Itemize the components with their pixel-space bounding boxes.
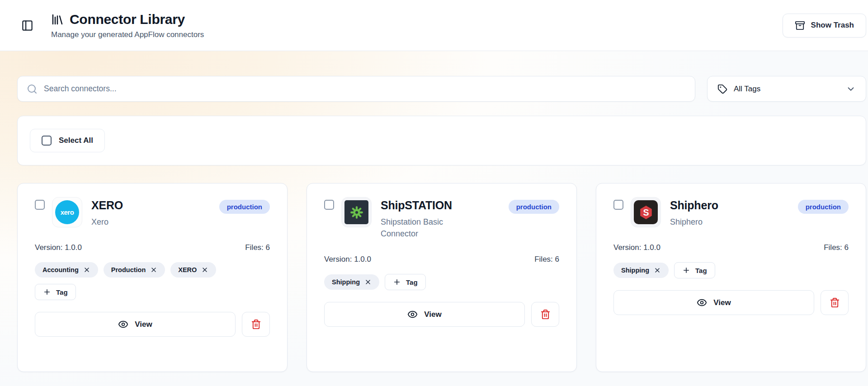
files-label: Files: 6	[534, 255, 559, 264]
tag-pill: Shipping	[613, 263, 669, 278]
view-button[interactable]: View	[613, 290, 814, 315]
remove-tag-icon[interactable]	[150, 266, 157, 273]
version-label: Version: 1.0.0	[35, 243, 82, 252]
shipstation-logo	[341, 197, 372, 227]
tag-pill: Accounting	[35, 262, 98, 278]
page-subtitle: Manage your generated AppFlow connectors	[51, 30, 204, 39]
version-label: Version: 1.0.0	[324, 255, 371, 264]
xero-logo: xero	[52, 197, 82, 227]
select-all-checkbox[interactable]	[42, 136, 52, 146]
select-all-label: Select All	[59, 136, 93, 145]
card-subtitle: Shipstation Basic Connector	[381, 216, 469, 240]
trash-icon	[251, 319, 261, 330]
card-checkbox[interactable]	[613, 200, 623, 210]
search-icon	[27, 84, 38, 94]
tag-pill: Shipping	[324, 274, 379, 290]
tag-pill: Production	[104, 262, 165, 278]
files-label: Files: 6	[245, 243, 270, 252]
eye-icon	[118, 319, 128, 330]
card-title: ShipSTATION	[381, 197, 469, 212]
remove-tag-icon[interactable]	[201, 266, 208, 273]
connector-card-shipstation: ShipSTATION Shipstation Basic Connector …	[307, 183, 577, 372]
chevron-down-icon	[846, 84, 856, 94]
remove-tag-icon[interactable]	[83, 266, 90, 273]
view-button[interactable]: View	[35, 312, 236, 337]
tag-icon	[717, 84, 727, 94]
connector-card-xero: xero XERO Xero production Version: 1.0.0…	[17, 183, 288, 372]
status-badge: production	[798, 200, 849, 214]
selection-bar: Select All	[17, 116, 866, 165]
gear-icon	[349, 205, 364, 220]
toolbar: All Tags	[17, 76, 866, 102]
card-title: XERO	[91, 197, 123, 212]
card-title: Shiphero	[670, 197, 718, 212]
panel-left-icon	[21, 19, 33, 32]
card-checkbox[interactable]	[324, 200, 334, 210]
status-badge: production	[219, 200, 270, 214]
eye-icon	[697, 297, 707, 308]
connector-card-shiphero: S Shiphero Shiphero production Version: …	[596, 183, 866, 372]
search-input[interactable]	[44, 84, 686, 94]
files-label: Files: 6	[824, 243, 849, 252]
plus-icon	[682, 266, 690, 274]
show-trash-button[interactable]: Show Trash	[783, 14, 866, 38]
shiphero-logo: S	[631, 197, 661, 227]
select-all-button[interactable]: Select All	[30, 129, 105, 152]
delete-button[interactable]	[242, 312, 270, 337]
sidebar-toggle-button[interactable]	[17, 15, 37, 35]
tags-filter-label: All Tags	[734, 85, 760, 94]
eye-icon	[407, 309, 418, 320]
tags-filter-dropdown[interactable]: All Tags	[707, 76, 866, 102]
page-header: Connector Library Manage your generated …	[0, 0, 868, 51]
library-icon	[51, 13, 64, 26]
connector-card-grid: xero XERO Xero production Version: 1.0.0…	[17, 183, 866, 372]
title-block: Connector Library Manage your generated …	[51, 12, 204, 39]
remove-tag-icon[interactable]	[364, 278, 372, 286]
status-badge: production	[509, 200, 559, 214]
archive-icon	[795, 20, 805, 31]
view-button[interactable]: View	[324, 302, 525, 327]
delete-button[interactable]	[821, 290, 849, 315]
search-box	[17, 76, 695, 102]
trash-icon	[830, 297, 840, 308]
plus-icon	[43, 288, 51, 296]
card-checkbox[interactable]	[35, 200, 45, 210]
card-subtitle: Xero	[91, 216, 123, 228]
trash-icon	[540, 309, 551, 320]
page-title: Connector Library	[70, 12, 185, 27]
add-tag-button[interactable]: Tag	[385, 274, 426, 290]
tag-pill: XERO	[170, 262, 216, 278]
add-tag-button[interactable]: Tag	[35, 284, 76, 300]
svg-text:S: S	[643, 207, 649, 217]
delete-button[interactable]	[531, 302, 559, 327]
plus-icon	[393, 278, 401, 286]
remove-tag-icon[interactable]	[654, 267, 661, 274]
add-tag-button[interactable]: Tag	[674, 262, 715, 278]
card-subtitle: Shiphero	[670, 216, 718, 228]
main-content: All Tags Select All xero XERO Xero	[0, 51, 868, 386]
show-trash-label: Show Trash	[811, 21, 854, 30]
version-label: Version: 1.0.0	[613, 243, 660, 252]
